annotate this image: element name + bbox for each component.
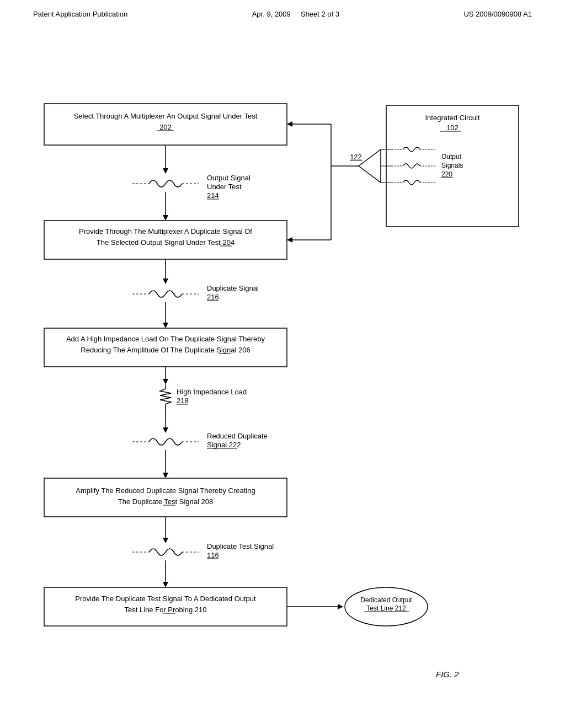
arrow-206-head [163,379,168,384]
box210-text-line1: Provide The Duplicate Test Signal To A D… [75,595,256,603]
mux-to-204-arrow-head [287,237,292,243]
diagram-area: Select Through A Multiplexer An Output S… [0,24,565,719]
box208-text-line1: Amplify The Reduced Duplicate Signal The… [76,486,255,495]
label-222-line2: Signal 222 [207,441,241,449]
box204-text-line1: Provide Through The Multiplexer A Duplic… [79,227,252,235]
label-216-line1: Duplicate Signal [207,284,259,292]
ic-output-signals-label1: Output [441,153,462,160]
impedance-symbol [160,384,171,410]
mux-output-arrow-head [287,121,292,127]
label-212-line1: Dedicated Output [360,596,412,604]
ic-label-line1: Integrated Circuit [425,114,480,122]
box202-text-line1: Select Through A Multiplexer An Output S… [74,112,258,120]
box206-text-line1: Add A High Impedance Load On The Duplica… [66,335,265,343]
arrow-wave3-head [163,473,168,478]
box204-text-line2: The Selected Output Signal Under Test 20… [97,238,235,247]
wave-222 [149,438,182,445]
arrow-202-head [163,168,168,174]
label-222-line1: Reduced Duplicate [207,432,268,440]
label-218-line1: High Impedance Load [177,388,247,396]
label-214-line2: Under Test [207,183,242,191]
box202-text-line2: 202 [159,123,172,131]
ic-output-signals-label2: Signals [441,162,463,169]
box206-text-line2: Reducing The Amplitude Of The Duplicate … [81,346,250,354]
wave-216 [149,291,182,297]
fig-label: FIG. 2 [436,670,459,679]
arrow-wave1-head [163,215,168,221]
ic-label-line2: 102 [446,124,459,132]
label-214-line1: Output Signal [207,174,250,182]
wave-116 [149,549,182,555]
ic-output-signals-label3: 220 [441,170,452,178]
header-center: Apr. 9, 2009 Sheet 2 of 3 [252,10,339,18]
label-116-line2: 116 [207,551,219,559]
header-sheet: Sheet 2 of 3 [301,10,339,18]
label-218-line2: 218 [177,397,189,405]
header-left: Patent Application Publication [33,10,127,18]
header-date: Apr. 9, 2009 [252,10,291,18]
arrow-wave2-head [163,323,168,328]
wave-214 [149,180,182,187]
arrow-210-right-head [338,604,343,609]
label-122: 122 [350,153,362,161]
label-216-line2: 216 [207,293,219,301]
label-212-line2: Test Line 212 [366,604,406,612]
arrow-wave4-head [163,582,168,587]
page-header: Patent Application Publication Apr. 9, 2… [0,0,565,24]
arrow-204-head [163,279,168,284]
label-214-line3: 214 [207,191,219,200]
box210-text-line2: Test Line For Probing 210 [125,606,207,614]
arrow-208-head [163,538,168,543]
label-116-line1: Duplicate Test Signal [207,542,274,550]
box208-text-line2: The Duplicate Test Signal 208 [118,497,213,506]
main-svg: Select Through A Multiplexer An Output S… [0,24,565,719]
header-right: US 2009/0090908 A1 [463,10,532,18]
mux-triangle [359,149,381,183]
arrow-imp-head [163,427,168,433]
